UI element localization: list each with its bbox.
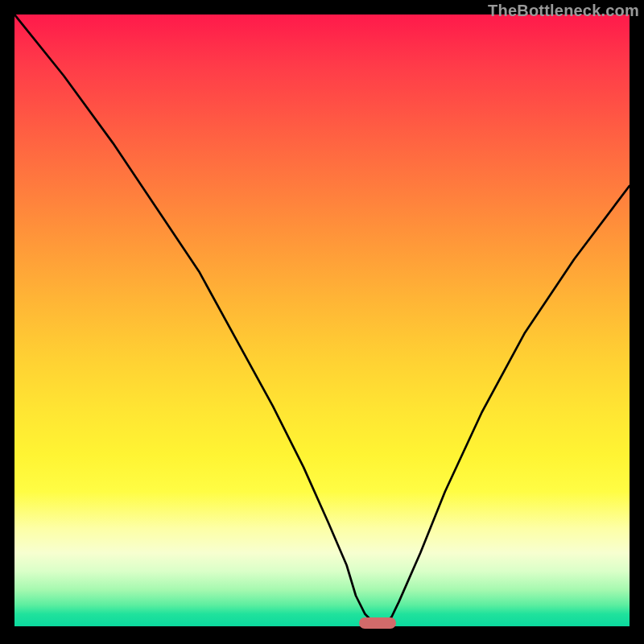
plot-area	[14, 14, 630, 626]
chart-frame: TheBottleneck.com	[0, 0, 644, 644]
watermark-text: TheBottleneck.com	[488, 2, 639, 20]
optimal-range-marker	[359, 617, 396, 629]
bottleneck-curve	[14, 14, 630, 626]
